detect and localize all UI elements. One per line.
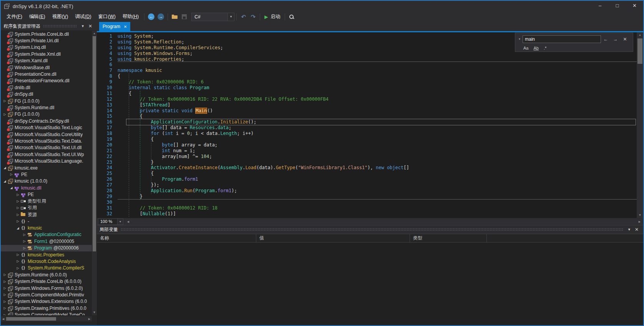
tree-item[interactable]: System.Private.Xml.dll [1,51,92,57]
scroll-down-icon[interactable]: ▼ [92,310,97,315]
expander-collapsed-icon[interactable]: ▷ [15,266,20,270]
tree-item[interactable]: ▷System.ComponentModel.TypeCo [1,311,92,315]
code-editor[interactable]: 1using System;2using System.Reflection;3… [97,32,637,218]
expander-collapsed-icon[interactable]: ▷ [2,273,7,276]
redo-button[interactable]: ↷ [248,12,258,22]
tree-item[interactable]: Microsoft.VisualStudio.Text.Data. [1,138,92,144]
navigate-back-button[interactable]: ← [146,12,156,22]
tree-item[interactable]: ▷System.Windows.Extensions (6.0.0 [1,298,92,305]
tree-item[interactable]: dnlib.dll [1,84,92,91]
tree-item[interactable]: ▷ApplicationConfiguratic [1,231,92,238]
tree-item[interactable]: ▷FG (1.0.0.0) [1,111,92,118]
tree-item[interactable]: ◢kmusic.exe [1,165,92,171]
tree-horizontal-scrollbar[interactable]: ◀ ▶ [1,316,92,321]
expander-collapsed-icon[interactable]: ▷ [15,206,20,210]
expander-collapsed-icon[interactable]: ▷ [2,286,7,290]
tree-item[interactable]: PresentationCore.dll [1,71,92,77]
tree-item[interactable]: ▷System.Private.CoreLib (6.0.0.0) [1,278,92,284]
expander-collapsed-icon[interactable]: ▷ [2,113,7,116]
expander-expanded-icon[interactable]: ◢ [2,166,7,170]
tab-close-icon[interactable]: ✕ [124,25,127,29]
tree-item[interactable]: ▷FG (1.0.0.0) [1,98,92,104]
search-assemblies-button[interactable] [287,12,297,22]
tree-item[interactable]: ▷System.Drawing.Primitives (6.0.0.0 [1,305,92,311]
scroll-up-icon[interactable]: ▲ [637,32,643,37]
navigate-forward-button[interactable]: → [156,12,166,22]
expander-collapsed-icon[interactable]: ▷ [2,300,7,303]
expander-collapsed-icon[interactable]: ▷ [22,233,27,236]
expander-collapsed-icon[interactable]: ▷ [2,280,7,283]
scroll-down-icon[interactable]: ▼ [637,213,643,218]
regex-button[interactable]: .* [544,46,546,50]
tree-item[interactable]: System.Private.Uri.dll [1,37,92,44]
tree-vscroll-thumb[interactable] [93,36,96,251]
tree-item[interactable]: Microsoft.VisualStudio.Text.Logic [1,124,92,131]
title-bar[interactable]: dnSpy v6.1.8 (32-bit, .NET) – □ ✕ [1,1,643,12]
search-input[interactable] [523,35,601,43]
zoom-level-select[interactable]: 100 % [98,218,118,225]
scroll-up-icon[interactable]: ▲ [92,31,97,36]
expander-collapsed-icon[interactable]: ▷ [2,306,7,310]
panel-menu-button[interactable]: ▼ [79,24,86,28]
tree-item[interactable]: ▷System.Runtime.CompilerS [1,265,92,271]
expander-collapsed-icon[interactable]: ▷ [9,173,14,176]
tree-item[interactable]: System.Private.CoreLib.dll [1,31,92,37]
expander-expanded-icon[interactable]: ◢ [15,226,20,230]
tree-item[interactable]: ▷System.ComponentModel.Primitiv [1,291,92,298]
tree-item[interactable]: Microsoft.VisualStudio.CoreUtility [1,131,92,138]
expander-collapsed-icon[interactable]: ▷ [2,313,7,315]
expander-collapsed-icon[interactable]: ▷ [15,200,20,203]
menu-f[interactable]: 文件(F) [3,12,26,22]
find-previous-button[interactable]: ← [601,37,611,42]
find-next-button[interactable]: → [611,37,620,42]
tree-item[interactable]: System.Runtime.dll [1,104,92,111]
minimize-button[interactable]: – [591,1,609,12]
panel-close-button[interactable]: ✕ [633,227,641,232]
scroll-left-icon[interactable]: ◀ [1,316,6,321]
locals-header[interactable]: 局部变量 ▼ ✕ [97,225,643,234]
editor-vertical-scrollbar[interactable]: ▲ ▼ [637,32,643,218]
expander-collapsed-icon[interactable]: ▷ [2,99,7,103]
locals-column-header-0[interactable]: 名称 [97,234,256,242]
match-case-button[interactable]: Aa [523,46,528,50]
tree-item[interactable]: dnSpy.Contracts.DnSpy.dll [1,118,92,124]
tree-item[interactable]: ▷类型引用 [1,198,92,205]
search-close-button[interactable]: ✕ [620,37,630,42]
menu-w[interactable]: 窗口(W) [95,12,119,22]
expander-collapsed-icon[interactable]: ▷ [15,220,20,223]
tab-program[interactable]: Program ✕ [99,22,130,31]
language-select[interactable]: C# [191,13,228,21]
locals-body[interactable] [97,243,643,325]
tree-hscroll-thumb[interactable] [6,317,56,321]
tree-item[interactable]: WindowsBase.dll [1,64,92,71]
assembly-explorer-header[interactable]: 程序集资源管理器 ▼ ✕ [1,22,97,30]
tree-item[interactable]: ▷System.Runtime (6.0.0.0) [1,271,92,278]
editor-vscroll-thumb[interactable] [637,38,642,64]
whole-word-button[interactable]: Ab [533,46,538,50]
menu-e[interactable]: 编辑(E) [26,12,49,22]
locals-column-header-2[interactable]: 类型 [410,234,487,242]
expander-expanded-icon[interactable]: ◢ [2,180,7,183]
editor-horizontal-scrollbar[interactable]: ◀ ▶ [126,219,642,224]
tree-item[interactable]: Microsoft.VisualStudio.Text.UI.dll [1,145,92,151]
open-assembly-button[interactable] [170,12,179,22]
tree-item[interactable]: ▷资源 [1,211,92,218]
expander-collapsed-icon[interactable]: ▷ [15,213,20,216]
expander-expanded-icon[interactable]: ◢ [9,186,14,190]
tree-item[interactable]: ◢kmusic.dll [1,185,92,191]
tree-vertical-scrollbar[interactable]: ▲ ▼ [92,31,97,315]
scroll-right-icon[interactable]: ▶ [87,316,92,321]
undo-button[interactable]: ↶ [239,12,248,22]
start-debug-button[interactable]: ▶ 启动 [262,13,282,20]
menu-h[interactable]: 帮助(H) [119,12,142,22]
maximize-button[interactable]: □ [609,1,626,12]
save-all-button[interactable] [179,12,189,22]
tree-item[interactable]: Microsoft.VisualStudio.Language. [1,158,92,164]
expander-collapsed-icon[interactable]: ▷ [15,259,20,263]
tree-item[interactable]: ▷引用 [1,205,92,211]
language-dropdown-button[interactable]: ▼ [228,13,234,21]
tree-item[interactable]: Microsoft.VisualStudio.Text.UI.Wp [1,151,92,158]
panel-close-button[interactable]: ✕ [86,23,94,29]
scroll-left-icon[interactable]: ◀ [126,219,131,224]
chevron-down-icon[interactable]: ▾ [516,37,523,41]
